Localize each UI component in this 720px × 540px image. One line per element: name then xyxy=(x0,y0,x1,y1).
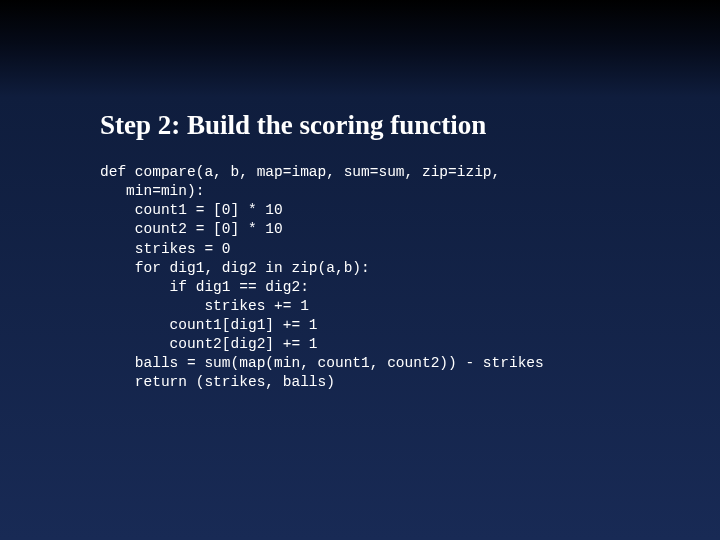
code-block: def compare(a, b, map=imap, sum=sum, zip… xyxy=(100,163,635,393)
slide-container: Step 2: Build the scoring function def c… xyxy=(0,0,720,393)
slide-title: Step 2: Build the scoring function xyxy=(100,110,635,141)
